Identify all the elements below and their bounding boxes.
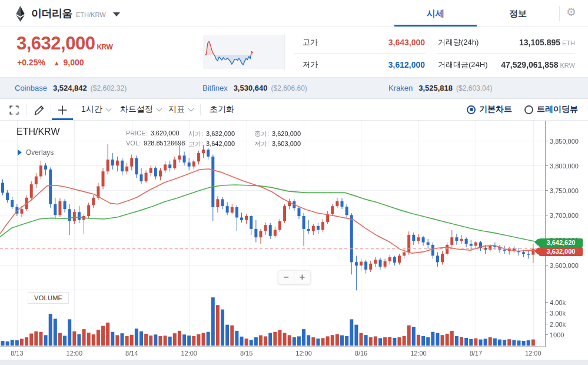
pencil-icon: [34, 104, 45, 116]
overlays-toggle[interactable]: Overlays: [18, 148, 54, 157]
chevron-down-icon: [157, 105, 162, 111]
candlestick-chart-canvas[interactable]: [0, 121, 588, 360]
exchange-coinbase: Coinbase 3,524,842 ($2,602.32): [15, 78, 127, 98]
fullscreen-icon: [9, 105, 19, 115]
zoom-control: − +: [278, 270, 311, 284]
volume-label: 거래량(24h): [437, 37, 479, 48]
chart-settings-dropdown[interactable]: 차트설정: [120, 99, 161, 120]
high-label: 고가: [294, 37, 318, 48]
chevron-down-icon: [188, 105, 194, 111]
sparkline: [203, 35, 285, 69]
ma-value-badge: 3,642,620: [539, 238, 583, 247]
exchange-usd: ($2,606.60): [271, 84, 307, 92]
current-price-badge: 3,632,000: [539, 247, 583, 256]
trading-app: 이더리움 ETH/KRW 시세 정보 ⚙ 3,632,000KRW +0.25%…: [0, 0, 588, 365]
legend-low: 저가:3,603,000: [254, 140, 320, 150]
high-value: 3,643,000: [388, 38, 425, 47]
chart-type-tradingview-label: 트레이딩뷰: [537, 104, 578, 115]
overlays-label: Overlays: [26, 148, 54, 157]
price-summary: 3,632,000KRW +0.25% ▲ 9,000 고가 3,643,000…: [0, 27, 588, 78]
legend-open: 시가:3,632,000: [188, 130, 254, 140]
current-price-currency: KRW: [97, 43, 112, 51]
exchange-price: 3,525,818: [418, 84, 453, 92]
exchange-price: 3,530,640: [234, 84, 268, 92]
summary-divider: [284, 34, 285, 71]
current-price-value: 3,632,000: [16, 33, 95, 54]
chevron-down-icon: [105, 105, 111, 111]
ethereum-logo-icon: [15, 6, 25, 22]
ohlc-legend: PRICE:3,620,000 시가:3,632,000 종가:3,620,00…: [126, 130, 320, 150]
zoom-in-button[interactable]: +: [294, 271, 310, 284]
exchange-link[interactable]: Bitfinex: [202, 84, 228, 92]
change-amount: 9,000: [64, 58, 84, 67]
up-arrow-icon: ▲: [54, 59, 60, 67]
chart-symbol-label: ETH/KRW: [16, 127, 59, 137]
tab-active-underline: [394, 25, 477, 26]
header-divider: [559, 6, 560, 21]
stats-column-1: 고가 3,643,000 저가 3,612,000: [294, 32, 425, 75]
radio-unselected-icon: [524, 105, 533, 114]
legend-vol: VOL:928.85126698: [126, 140, 188, 150]
chart-type-tradingview[interactable]: 트레이딩뷰: [524, 99, 578, 120]
current-price: 3,632,000KRW: [16, 33, 112, 54]
add-button[interactable]: [56, 104, 69, 117]
change-percent: +0.25%: [17, 58, 45, 67]
gear-icon[interactable]: ⚙: [566, 5, 576, 19]
draw-button[interactable]: [33, 104, 46, 117]
exchange-link[interactable]: Kraken: [388, 84, 413, 92]
fullscreen-button[interactable]: [8, 104, 21, 117]
exchange-compare-bar: Coinbase 3,524,842 ($2,602.32) Bitfinex …: [0, 78, 588, 99]
tab-price[interactable]: 시세: [394, 0, 477, 26]
stat-row-high: 고가 3,643,000: [294, 32, 425, 54]
stat-row-turnover: 거래대금(24H) 47,529,061,858KRW: [437, 54, 575, 75]
legend-close: 종가:3,620,000: [254, 130, 320, 140]
stat-row-volume: 거래량(24h) 13,105.895ETH: [437, 32, 575, 54]
exchange-kraken: Kraken 3,525,818 ($2,603.04): [388, 78, 492, 98]
radio-selected-icon: [467, 105, 476, 114]
exchange-usd: ($2,602.32): [91, 84, 127, 92]
sparkline-canvas: [203, 35, 285, 69]
toolbar-separator: [51, 104, 51, 115]
turnover-label: 거래대금(24H): [437, 59, 488, 70]
low-value: 3,612,000: [388, 60, 425, 69]
plus-icon: [57, 104, 68, 116]
interval-dropdown[interactable]: 1시간: [81, 99, 111, 120]
bottom-strip: [0, 360, 588, 365]
price-change: +0.25% ▲ 9,000: [17, 58, 84, 67]
legend-high: 고가:3,642,000: [188, 140, 254, 150]
chart-toolbar: 1시간 차트설정 지표 초기화 기본차트 트레이딩뷰: [0, 99, 588, 121]
indicator-dropdown[interactable]: 지표: [168, 99, 193, 120]
toolbar-separator: [26, 104, 27, 115]
chart-settings-label: 차트설정: [120, 104, 153, 115]
exchange-bitfinex: Bitfinex 3,530,640 ($2,606.60): [202, 78, 307, 98]
chart-section: ETH/KRW Overlays PRICE:3,620,000 시가:3,63…: [0, 121, 588, 360]
zoom-out-button[interactable]: −: [278, 271, 294, 284]
chart-type-basic[interactable]: 기본차트: [467, 99, 512, 120]
interval-label: 1시간: [81, 104, 102, 115]
exchange-price: 3,524,842: [53, 84, 87, 92]
coin-pair: ETH/KRW: [76, 11, 106, 18]
stats-column-2: 거래량(24h) 13,105.895ETH 거래대금(24H) 47,529,…: [437, 32, 575, 75]
exchange-link[interactable]: Coinbase: [15, 84, 47, 92]
stat-row-low: 저가 3,612,000: [294, 54, 425, 75]
toolbar-separator: [200, 104, 201, 115]
active-tool-underline: [52, 118, 73, 120]
low-label: 저가: [294, 59, 318, 70]
coin-selector[interactable]: 이더리움 ETH/KRW: [15, 5, 120, 22]
tab-info-label: 정보: [509, 8, 527, 18]
chart-type-basic-label: 기본차트: [479, 104, 512, 115]
play-icon: [18, 150, 22, 155]
legend-price: PRICE:3,620,000: [126, 130, 188, 140]
tab-info[interactable]: 정보: [477, 0, 559, 26]
coin-name: 이더리움: [31, 6, 72, 21]
chevron-down-icon: [113, 12, 120, 16]
tab-price-label: 시세: [427, 8, 444, 18]
reset-label: 초기화: [210, 104, 234, 115]
exchange-usd: ($2,603.04): [456, 84, 492, 92]
reset-button[interactable]: 초기화: [210, 99, 234, 120]
volume-pane-label: VOLUME: [28, 292, 69, 304]
header: 이더리움 ETH/KRW 시세 정보 ⚙: [0, 0, 588, 27]
turnover-value: 47,529,061,858KRW: [501, 60, 575, 69]
indicator-label: 지표: [168, 104, 185, 115]
volume-value: 13,105.895ETH: [519, 38, 575, 47]
